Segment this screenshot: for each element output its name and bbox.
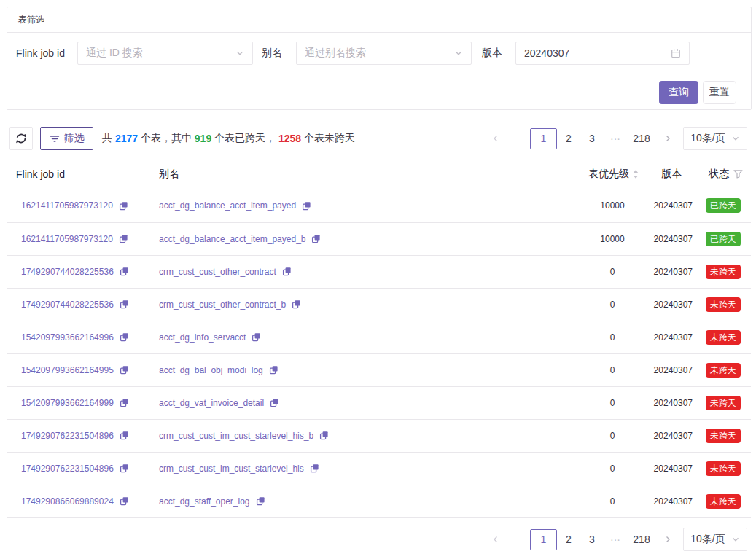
page-218[interactable]: 218	[627, 529, 656, 550]
status-badge: 未跨天	[706, 494, 741, 509]
status-badge: 未跨天	[706, 363, 741, 378]
status-badge: 未跨天	[706, 265, 741, 279]
job-id-link[interactable]: 1542097993662164995	[21, 365, 114, 375]
reset-button[interactable]: 重置	[703, 81, 736, 104]
table-row: 1542097993662164995 acct_dg_bal_obj_modi…	[7, 353, 751, 386]
copy-icon[interactable]	[119, 201, 128, 211]
copy-icon[interactable]	[256, 496, 265, 506]
alias-label: 别名	[262, 33, 282, 74]
filter-button[interactable]: 筛选	[40, 127, 93, 150]
filter-card: 表筛选 Flink job id 通过 ID 搜索 别名 通过别名搜索 版本 2…	[7, 7, 752, 110]
next-page-button[interactable]	[656, 529, 679, 550]
version-cell: 20240307	[645, 288, 698, 321]
version-cell: 20240307	[645, 189, 698, 222]
summary-stats: 共 2177 个表，其中 919 个表已跨天， 1258 个表未跨天	[102, 127, 355, 150]
job-id-select[interactable]: 通过 ID 搜索	[77, 42, 253, 65]
priority-cell: 0	[576, 419, 645, 452]
job-id-link[interactable]: 1749290744028225536	[21, 267, 114, 277]
job-id-link[interactable]: 1749290866069889024	[21, 496, 114, 507]
job-id-link[interactable]: 1621411705987973120	[21, 234, 113, 244]
status-badge: 未跨天	[706, 429, 741, 443]
copy-icon[interactable]	[120, 300, 129, 309]
copy-icon[interactable]	[310, 464, 319, 473]
copy-icon[interactable]	[120, 332, 129, 342]
chevron-down-icon	[454, 49, 463, 58]
prev-page-button[interactable]	[484, 128, 507, 149]
calendar-icon	[671, 48, 681, 58]
alias-link[interactable]: acct_dg_balance_acct_item_payed_b	[159, 234, 305, 244]
priority-cell: 0	[576, 321, 645, 353]
chevron-right-icon	[664, 536, 671, 543]
copy-icon[interactable]	[120, 464, 129, 473]
alias-link[interactable]: crm_cust_cust_im_cust_starlevel_his_b	[159, 431, 313, 441]
page-size-select[interactable]: 10条/页	[683, 528, 747, 551]
copy-icon[interactable]	[282, 267, 292, 276]
filter-lines-icon	[50, 133, 60, 144]
page-ellipsis[interactable]: ···	[604, 128, 627, 149]
query-button[interactable]: 查询	[659, 81, 698, 104]
filter-funnel-icon[interactable]	[733, 170, 743, 179]
table-row: 1542097993662164996 acct_dg_info_servacc…	[7, 321, 751, 353]
alias-link[interactable]: acct_dg_info_servacct	[159, 332, 246, 343]
page-size-select[interactable]: 10条/页	[683, 127, 747, 150]
alias-select[interactable]: 通过别名搜索	[296, 42, 472, 65]
copy-icon[interactable]	[269, 365, 278, 375]
priority-cell: 0	[576, 353, 645, 386]
alias-link[interactable]: crm_cust_cust_other_contract	[159, 267, 276, 277]
copy-icon[interactable]	[120, 267, 129, 276]
filter-actions: 查询 重置	[7, 74, 751, 109]
alias-link[interactable]: acct_dg_staff_oper_log	[159, 496, 250, 507]
job-id-placeholder: 通过 ID 搜索	[86, 47, 143, 60]
page-2[interactable]: 2	[557, 529, 580, 550]
alias-link[interactable]: acct_dg_balance_acct_item_payed	[159, 200, 296, 211]
version-cell: 20240307	[645, 353, 698, 386]
priority-cell: 0	[576, 386, 645, 419]
job-id-link[interactable]: 1542097993662164996	[21, 332, 114, 343]
page-3[interactable]: 3	[580, 529, 604, 550]
version-cell: 20240307	[645, 452, 698, 485]
copy-icon[interactable]	[292, 300, 301, 309]
next-page-button[interactable]	[656, 128, 679, 149]
priority-cell: 10000	[576, 222, 645, 255]
copy-icon[interactable]	[319, 431, 329, 440]
job-id-link[interactable]: 1749290762231504896	[21, 431, 114, 441]
page-1[interactable]: 1	[530, 128, 557, 149]
alias-link[interactable]: crm_cust_cust_other_contract_b	[159, 300, 286, 310]
page-ellipsis[interactable]: ···	[604, 529, 627, 550]
refresh-button[interactable]	[9, 127, 33, 150]
col-priority[interactable]: 表优先级	[576, 168, 645, 181]
copy-icon[interactable]	[120, 365, 129, 375]
refresh-icon	[16, 133, 26, 144]
sorter-icon[interactable]	[632, 169, 639, 179]
page: 表筛选 Flink job id 通过 ID 搜索 别名 通过别名搜索 版本 2…	[0, 0, 756, 559]
copy-icon[interactable]	[302, 201, 311, 211]
table-row: 1749290866069889024 acct_dg_staff_oper_l…	[7, 485, 751, 517]
chevron-down-icon	[235, 49, 244, 58]
chevron-left-icon	[492, 536, 499, 543]
col-version: 版本	[662, 168, 682, 179]
results-table: Flink job id 别名 表优先级 版本 状态 1621411705987…	[7, 159, 751, 518]
copy-icon[interactable]	[270, 398, 279, 407]
job-id-link[interactable]: 1621411705987973120	[21, 200, 113, 211]
page-218[interactable]: 218	[627, 128, 656, 149]
job-id-link[interactable]: 1749290762231504896	[21, 464, 114, 474]
alias-link[interactable]: crm_cust_cust_im_cust_starlevel_his	[159, 464, 304, 474]
copy-icon[interactable]	[119, 234, 128, 243]
page-2[interactable]: 2	[557, 128, 580, 149]
alias-link[interactable]: acct_dg_vat_invoice_detail	[159, 398, 264, 408]
page-3[interactable]: 3	[580, 128, 604, 149]
prev-page-button[interactable]	[484, 529, 507, 550]
copy-icon[interactable]	[120, 431, 129, 440]
page-1[interactable]: 1	[530, 529, 557, 550]
job-id-link[interactable]: 1749290744028225536	[21, 300, 114, 310]
copy-icon[interactable]	[311, 234, 321, 243]
pagination-top: 1 2 3 ··· 218 10条/页	[484, 127, 747, 150]
copy-icon[interactable]	[120, 398, 129, 407]
job-id-link[interactable]: 1542097993662164999	[21, 398, 114, 408]
alias-link[interactable]: acct_dg_bal_obj_modi_log	[159, 365, 263, 375]
copy-icon[interactable]	[120, 496, 129, 506]
version-cell: 20240307	[645, 386, 698, 419]
version-date-input[interactable]: 20240307	[515, 42, 690, 65]
copy-icon[interactable]	[252, 332, 261, 342]
status-badge: 未跨天	[706, 461, 741, 476]
